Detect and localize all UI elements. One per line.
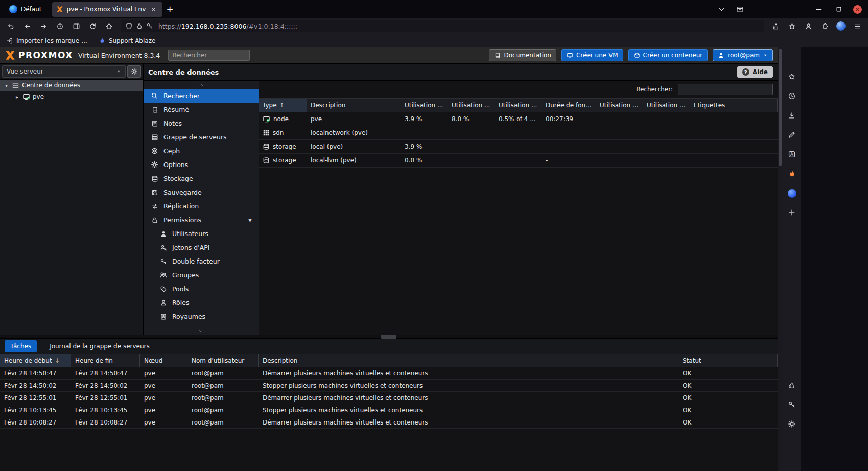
user-menu-button[interactable]: root@pam [713,49,773,61]
tab-taches[interactable]: Tâches [5,340,37,352]
column-header-duree[interactable]: Durée de fon... [542,99,596,112]
column-header-etiquettes[interactable]: Etiquettes [690,99,778,112]
create-container-button[interactable]: Créer un conteneur [628,49,708,61]
nav-scroll-down[interactable] [144,327,259,335]
new-tab-button[interactable]: + [162,2,178,17]
nav-scroll-up[interactable] [144,82,259,89]
column-header-heure-fin[interactable]: Heure de fin [71,354,140,367]
nav-item-groupes[interactable]: Groupes [144,268,259,282]
nav-item-notes[interactable]: Notes [144,116,259,130]
sidebar-add-panel-button[interactable] [786,206,798,219]
menu-button[interactable] [850,19,865,33]
maximize-button[interactable] [833,3,845,15]
profile-button[interactable] [833,19,849,33]
splitter-handle[interactable] [381,335,396,339]
task-row[interactable]: Févr 28 14:50:47 Févr 28 14:50:47 pve ro… [0,367,778,380]
history-button[interactable] [52,19,67,33]
home-button[interactable] [101,19,116,33]
extensions-button[interactable] [817,19,832,33]
filter-input[interactable] [678,84,773,95]
nav-item-rechercher[interactable]: Rechercher [144,89,259,103]
table-row-sdn[interactable]: sdn localnetwork (pve) - [259,126,778,140]
nav-item-stockage[interactable]: Stockage [144,172,259,185]
sidebar-password-button[interactable] [786,398,798,411]
key-icon[interactable] [146,22,153,30]
bookmark-import[interactable]: Importer les marque-... [6,37,87,44]
tab-pve[interactable]: pve - Proxmox Virtual Environ [52,2,162,17]
list-tabs-button[interactable] [714,2,729,16]
account-button[interactable] [801,19,816,33]
sidebar-settings-button[interactable] [786,418,798,430]
table-row-node[interactable]: node pve 3.9 % 8.0 % 0.5% of 4 ... 00:27… [259,112,778,126]
sidebar-bookmarks-button[interactable] [786,70,798,83]
expand-arrow-icon[interactable]: ▸ [14,94,20,100]
nav-item-royaumes[interactable]: Royaumes [144,310,259,323]
tracking-shield-icon[interactable] [125,22,133,30]
column-header-utilisation-2[interactable]: Utilisation ... [448,99,495,112]
panel-splitter[interactable] [0,335,778,339]
nav-item-utilisateurs[interactable]: Utilisateurs [144,227,259,241]
tab-archive-button[interactable] [733,2,747,16]
column-header-description[interactable]: Description [259,354,678,367]
table-row-storage-local-lvm[interactable]: storage local-lvm (pve) 0.0 % - [259,154,778,168]
nav-item-jetons-api[interactable]: Jetons d'API [144,241,259,254]
column-header-description[interactable]: Description [307,99,401,112]
nav-item-resume[interactable]: Résumé [144,103,259,116]
nav-item-cluster[interactable]: Grappe de serveurs [144,130,259,144]
nav-item-ceph[interactable]: Ceph [144,144,259,158]
share-button[interactable] [768,19,783,33]
sidebar-ablaze-button[interactable] [786,187,798,199]
task-row[interactable]: Févr 28 10:08:27 Févr 28 10:08:27 pve ro… [0,416,778,429]
nav-item-replication[interactable]: Réplication [144,199,259,213]
column-header-utilisateur[interactable]: Nom d'utilisateur [187,354,259,367]
tab-cluster-log[interactable]: Journal de la grappe de serveurs [44,340,155,352]
create-vm-button[interactable]: Créer une VM [561,49,623,61]
column-header-type[interactable]: Type↑ [259,99,307,112]
sidebar-downloads-button[interactable] [786,109,798,122]
tree-item-datacenter[interactable]: ▾ Centre de données [0,80,143,91]
nav-item-pools[interactable]: Pools [144,282,259,296]
chevron-down-icon[interactable]: ▼ [248,218,252,223]
sidebar-notes-button[interactable] [786,129,798,141]
nav-item-roles[interactable]: Rôles [144,296,259,310]
column-header-statut[interactable]: Statut [678,354,778,367]
undo-close-tab-button[interactable] [3,19,18,33]
view-mode-select[interactable]: Vue serveur [2,65,126,78]
column-header-utilisation-3[interactable]: Utilisation ... [495,99,542,112]
minimize-button[interactable] [812,3,825,15]
column-header-heure-debut[interactable]: Heure de début↓ [0,354,71,367]
nav-item-double-facteur[interactable]: Double facteur [144,254,259,268]
nav-item-sauvegarde[interactable]: Sauvegarde [144,185,259,199]
column-header-utilisation-5[interactable]: Utilisation ... [643,99,690,112]
table-row-storage-local[interactable]: storage local (pve) 3.9 % - [259,140,778,154]
tree-item-pve[interactable]: ▸ pve [0,91,143,102]
forward-button[interactable] [36,19,51,33]
task-row[interactable]: Févr 28 10:13:45 Févr 28 10:13:45 pve ro… [0,404,778,416]
split-view-button[interactable] [68,19,84,33]
close-button[interactable] [853,5,862,14]
tab-close-icon[interactable] [149,5,158,14]
documentation-button[interactable]: Documentation [489,49,556,61]
bookmark-page-button[interactable] [784,19,800,33]
task-row[interactable]: Févr 28 12:55:01 Févr 28 12:55:01 pve ro… [0,392,778,404]
sidebar-floorp-button[interactable] [786,168,798,180]
collapse-arrow-icon[interactable]: ▾ [4,83,9,88]
sidebar-translate-button[interactable]: A [786,148,798,160]
sidebar-feedback-button[interactable] [786,379,798,391]
task-row[interactable]: Févr 28 14:50:02 Févr 28 14:50:02 pve ro… [0,380,778,392]
column-header-utilisation-1[interactable]: Utilisation ... [401,99,448,112]
nav-item-permissions[interactable]: Permissions▼ [144,213,259,227]
lock-icon[interactable] [136,22,143,30]
tree-settings-button[interactable] [127,65,141,78]
global-search-input[interactable] [168,50,250,61]
nav-item-options[interactable]: Options [144,158,259,172]
url-bar[interactable]: https://192.168.0.235:8006/#v1:0:18:4:::… [121,20,764,32]
scrollbar-thumb[interactable] [779,49,782,166]
help-button[interactable]: ? Aide [737,66,773,78]
workspace-button[interactable]: Défaut [4,2,47,16]
sidebar-history-button[interactable] [786,90,798,102]
bookmark-ablaze[interactable]: Support Ablaze [99,37,155,44]
column-header-utilisation-4[interactable]: Utilisation ... [596,99,643,112]
back-button[interactable] [19,19,35,33]
reload-button[interactable] [85,19,100,33]
